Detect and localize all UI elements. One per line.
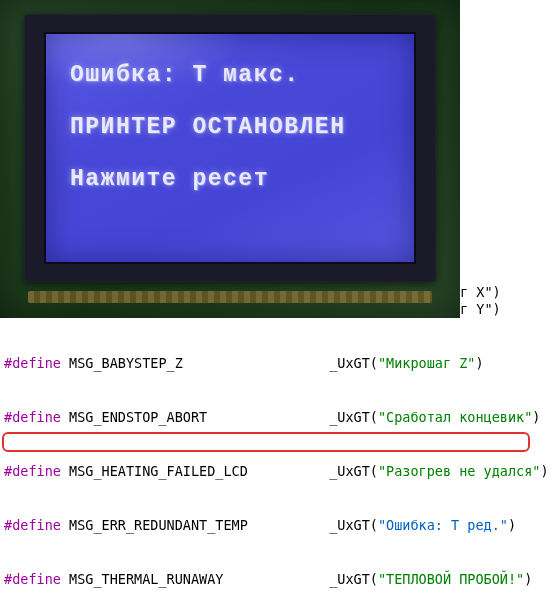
code-line: #define MSG_THERMAL_RUNAWAY _UxGT("ТЕПЛО… [0, 570, 553, 588]
define-keyword: #define [4, 571, 61, 587]
string-literal: "Сработал концевик" [378, 409, 532, 425]
macro-name: MSG_ERR_REDUNDANT_TEMP [69, 517, 248, 533]
uxgt-call: _UxGT [329, 355, 370, 371]
paren: ) [475, 355, 483, 371]
string-literal: "Ошибка: Т ред." [378, 517, 508, 533]
string-literal: "Микрошаг Z" [378, 355, 476, 371]
paren: ( [370, 571, 378, 587]
lcd-line-1: Ошибка: Т макс. [70, 62, 300, 88]
frag-line: г X") [460, 284, 553, 301]
macro-name: MSG_HEATING_FAILED_LCD [69, 463, 248, 479]
paren: ) [540, 463, 548, 479]
paren: ( [370, 463, 378, 479]
define-keyword: #define [4, 409, 61, 425]
lcd-line-2: ПРИНТЕР ОСТАНОВЛЕН [70, 114, 345, 140]
code-line: #define MSG_ENDSTOP_ABORT _UxGT("Сработа… [0, 408, 553, 426]
lcd-frame: Ошибка: Т макс. ПРИНТЕР ОСТАНОВЛЕН Нажми… [24, 14, 436, 282]
uxgt-call: _UxGT [329, 463, 370, 479]
string-literal: "ТЕПЛОВОЙ ПРОБОЙ!" [378, 571, 524, 587]
paren: ) [508, 517, 516, 533]
paren: ( [370, 409, 378, 425]
code-line: #define MSG_ERR_REDUNDANT_TEMP _UxGT("Ош… [0, 516, 553, 534]
code-line: #define MSG_BABYSTEP_Z _UxGT("Микрошаг Z… [0, 354, 553, 372]
frag-line: г Y") [460, 301, 553, 318]
define-keyword: #define [4, 463, 61, 479]
paren: ) [524, 571, 532, 587]
code-line: #define MSG_HEATING_FAILED_LCD _UxGT("Ра… [0, 462, 553, 480]
macro-name: MSG_BABYSTEP_Z [69, 355, 183, 371]
lcd-line-3: Нажмите ресет [70, 166, 269, 192]
paren: ( [370, 517, 378, 533]
macro-name: MSG_THERMAL_RUNAWAY [69, 571, 223, 587]
code-listing: #define MSG_BABYSTEP_Z _UxGT("Микрошаг Z… [0, 318, 553, 600]
define-keyword: #define [4, 517, 61, 533]
photo-of-lcd: Ошибка: Т макс. ПРИНТЕР ОСТАНОВЛЕН Нажми… [0, 0, 460, 318]
paren: ) [532, 409, 540, 425]
macro-name: MSG_ENDSTOP_ABORT [69, 409, 207, 425]
uxgt-call: _UxGT [329, 409, 370, 425]
uxgt-call: _UxGT [329, 571, 370, 587]
lcd-screen: Ошибка: Т макс. ПРИНТЕР ОСТАНОВЛЕН Нажми… [44, 32, 416, 264]
string-literal: "Разогрев не удался" [378, 463, 541, 479]
paren: ( [370, 355, 378, 371]
code-fragment-right: г X") г Y") [460, 284, 553, 318]
uxgt-call: _UxGT [329, 517, 370, 533]
define-keyword: #define [4, 355, 61, 371]
